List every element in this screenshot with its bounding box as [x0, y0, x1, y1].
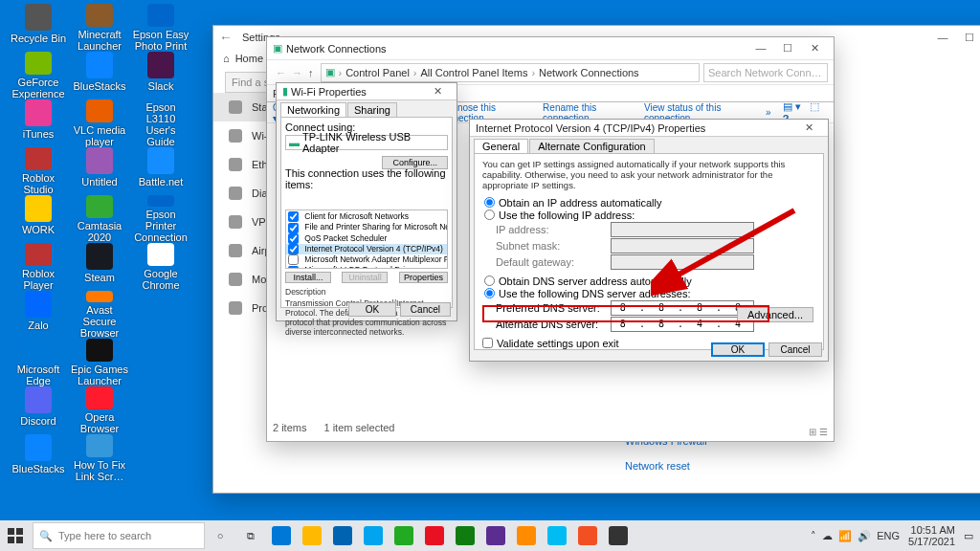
list-item[interactable]: Microsoft Network Adapter Multiplexor Pr…: [286, 254, 447, 265]
taskbar-app[interactable]: [572, 520, 603, 551]
taskview-icon[interactable]: ⧉: [235, 520, 266, 551]
desktop-icon[interactable]: Epson Easy Photo Print: [132, 4, 189, 52]
uninstall-button[interactable]: Uninstall: [342, 272, 388, 283]
taskbar-app[interactable]: [450, 520, 480, 551]
desktop-icon[interactable]: Epson Printer Connection: [132, 195, 189, 243]
desktop-icon[interactable]: Microsoft Edge: [10, 339, 67, 386]
svg-rect-1: [8, 528, 14, 535]
desktop-icon[interactable]: GeForce Experience: [10, 52, 67, 99]
desktop-icon[interactable]: BlueStacks: [71, 52, 128, 99]
taskbar-app[interactable]: [327, 520, 358, 551]
desktop-icon[interactable]: How To Fix Link Scr…: [71, 434, 128, 482]
taskbar-app[interactable]: [389, 520, 419, 551]
volume-icon[interactable]: 🔊: [858, 530, 871, 542]
nav-back-icon[interactable]: ←: [276, 67, 286, 78]
taskbar-app[interactable]: [603, 520, 634, 551]
adapter-field: ▬TP-LINK Wireless USB Adapter: [285, 135, 448, 150]
desktop-icon[interactable]: Camtasia 2020: [71, 195, 128, 243]
maximize-icon[interactable]: ☐: [774, 42, 801, 55]
desktop-icon[interactable]: Opera Browser: [71, 386, 128, 434]
list-item[interactable]: Microsoft LLDP Protocol Driver: [286, 265, 447, 269]
nav-up-icon[interactable]: ↑: [308, 67, 314, 78]
back-icon[interactable]: ←: [219, 30, 233, 45]
link-network-reset[interactable]: Network reset: [625, 460, 980, 472]
taskbar-app[interactable]: [542, 520, 572, 551]
notifications-icon[interactable]: ▭: [964, 530, 973, 542]
tab-altconfig[interactable]: Alternate Configuration: [529, 139, 655, 153]
radio-ip-auto[interactable]: [484, 197, 495, 208]
close-icon[interactable]: ✕: [424, 85, 451, 98]
ok-button[interactable]: OK: [348, 302, 396, 317]
taskbar-app[interactable]: [419, 520, 450, 551]
desktop-icon[interactable]: VLC media player: [71, 99, 128, 147]
cancel-button[interactable]: Cancel: [768, 342, 822, 357]
view-toggle[interactable]: ⊞ ☰: [809, 427, 828, 437]
wifi-tray-icon[interactable]: 📶: [838, 530, 852, 542]
desktop-icon[interactable]: Epic Games Launcher: [71, 339, 128, 386]
desktop-icon[interactable]: Avast Secure Browser: [71, 291, 128, 339]
taskbar-app[interactable]: [480, 520, 511, 551]
system-tray[interactable]: ˄ ☁ 📶 🔊 ENG 10:51 AM5/17/2021 ▭: [808, 520, 980, 551]
list-item[interactable]: Client for Microsoft Networks: [286, 211, 447, 222]
more-link[interactable]: »: [766, 107, 771, 118]
items-list[interactable]: Client for Microsoft Networks File and P…: [285, 209, 448, 269]
desktop-icon[interactable]: Steam: [71, 243, 128, 291]
maximize-icon[interactable]: ☐: [956, 32, 980, 44]
desktop-icon[interactable]: iTunes: [10, 99, 67, 147]
list-item[interactable]: Internet Protocol Version 4 (TCP/IPv4): [286, 244, 447, 254]
configure-button[interactable]: Configure...: [382, 156, 448, 169]
desktop-icon[interactable]: Google Chrome: [132, 243, 189, 291]
close-icon[interactable]: ✕: [795, 121, 822, 134]
onedrive-icon[interactable]: ☁: [822, 530, 833, 542]
alternate-dns-field[interactable]: 8 . 8 . 4 . 4: [611, 317, 754, 332]
ethernet-icon: [229, 158, 242, 171]
tab-general[interactable]: General: [474, 139, 528, 153]
start-button[interactable]: [0, 520, 31, 551]
taskbar-app[interactable]: [511, 520, 542, 551]
taskbar[interactable]: 🔍Type here to search ○ ⧉ ˄ ☁ 📶 🔊 ENG 10:…: [0, 520, 980, 551]
taskbar-app[interactable]: [358, 520, 389, 551]
tab-sharing[interactable]: Sharing: [347, 102, 397, 117]
search-icon: 🔍: [39, 530, 53, 542]
minimize-icon[interactable]: —: [747, 42, 774, 55]
breadcrumb[interactable]: ▣› Control Panel› All Control Panel Item…: [321, 63, 701, 82]
list-item[interactable]: QoS Packet Scheduler: [286, 233, 447, 244]
desktop-icon[interactable]: Zalo: [10, 291, 67, 339]
desktop-icon[interactable]: BlueStacks: [10, 434, 67, 482]
desktop-icon[interactable]: Minecraft Launcher: [71, 4, 128, 52]
radio-dns-auto[interactable]: [484, 276, 495, 286]
nav-fwd-icon[interactable]: →: [292, 67, 302, 78]
nc-search[interactable]: Search Network Conn…: [703, 63, 828, 82]
cortana-icon[interactable]: ○: [205, 520, 235, 551]
desktop-icon[interactable]: WORK: [10, 195, 67, 243]
install-button[interactable]: Install...: [285, 272, 331, 283]
ok-button[interactable]: OK: [711, 342, 765, 357]
desktop-icon[interactable]: Untitled: [71, 147, 128, 195]
desktop-icon[interactable]: Recycle Bin: [10, 4, 67, 52]
desktop-icon[interactable]: Roblox Player: [10, 243, 67, 291]
taskbar-app[interactable]: [297, 520, 327, 551]
lang-indicator[interactable]: ENG: [877, 530, 900, 541]
taskbar-search[interactable]: 🔍Type here to search: [33, 522, 205, 549]
list-item[interactable]: File and Printer Sharing for Microsoft N…: [286, 222, 447, 232]
nc-titlebar[interactable]: ▣ Network Connections —☐✕: [267, 37, 834, 60]
home-link[interactable]: ⌂Home: [223, 53, 263, 64]
properties-button[interactable]: Properties: [399, 272, 448, 283]
desktop-icon[interactable]: Epson L3110 User's Guide: [132, 99, 189, 147]
desktop-icon[interactable]: Battle.net: [132, 147, 189, 195]
desktop-icon[interactable]: Slack: [132, 52, 189, 99]
preferred-dns-field[interactable]: 8 . 8 . 8 . 8: [611, 300, 754, 316]
tab-networking[interactable]: Networking: [280, 102, 346, 117]
chevron-up-icon[interactable]: ˄: [811, 530, 816, 542]
desktop-icon[interactable]: Discord: [10, 386, 67, 434]
taskbar-app[interactable]: [266, 520, 297, 551]
clock[interactable]: 10:51 AM5/17/2021: [908, 524, 955, 547]
radio-dns-manual[interactable]: [484, 288, 495, 298]
validate-checkbox[interactable]: [482, 338, 493, 348]
advanced-button[interactable]: Advanced...: [737, 307, 813, 322]
desktop-icon[interactable]: Roblox Studio: [10, 147, 67, 195]
radio-ip-manual[interactable]: [484, 209, 495, 220]
cancel-button[interactable]: Cancel: [400, 302, 451, 317]
minimize-icon[interactable]: —: [929, 32, 956, 44]
close-icon[interactable]: ✕: [801, 42, 828, 55]
